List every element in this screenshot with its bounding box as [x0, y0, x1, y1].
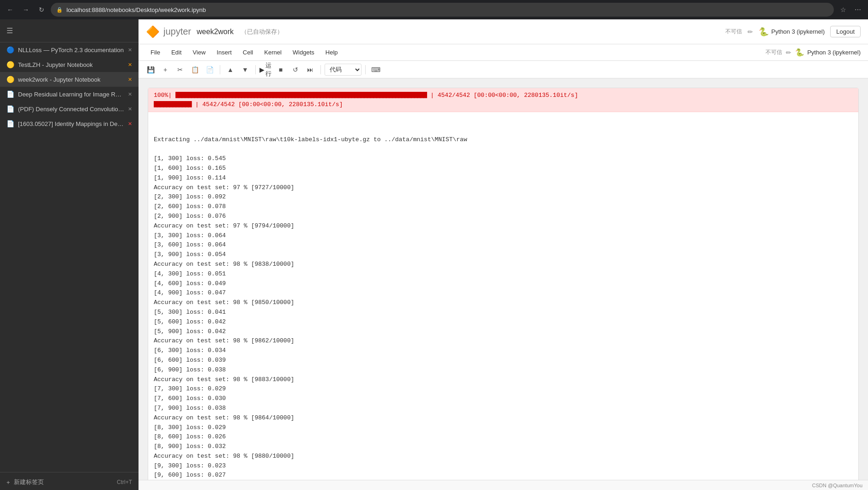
- sidebar: ☰ 🔵 NLLLoss — PyTorch 2.3 documentation …: [0, 19, 139, 490]
- toolbar-sep3: [320, 65, 321, 74]
- stop-button[interactable]: ■: [274, 63, 287, 76]
- menu-bar: FileEditViewInsertCellKernelWidgetsHelp …: [139, 44, 868, 61]
- python-icon: 🐍: [759, 27, 769, 37]
- output-line: [4, 600] loss: 0.049: [154, 279, 853, 289]
- keyboard-shortcuts-button[interactable]: ⌨: [369, 63, 382, 76]
- python-badge: 🐍 Python 3 (ipykernel): [759, 27, 825, 37]
- add-cell-button[interactable]: +: [159, 63, 172, 76]
- progress-bar-row2: ████████████ | 4542/4542 [00:00<00:00, 2…: [154, 100, 853, 109]
- restart-button[interactable]: ↺: [289, 63, 302, 76]
- toolbar: 💾 + ✂ 📋 📄 ▲ ▼ ▶ 运行 ■ ↺ ⏭ 代码 ⌨: [139, 61, 868, 78]
- sidebar-item-icon: 📄: [6, 90, 14, 98]
- move-up-button[interactable]: ▲: [224, 63, 237, 76]
- bookmark-button[interactable]: ☆: [837, 3, 850, 16]
- browser-actions: ☆ ⋯: [837, 3, 864, 16]
- jupyter-logo-icon: 🔶: [146, 25, 160, 38]
- progress-bar-row1: 100%| ██████████████████████████████████…: [154, 91, 853, 100]
- header-right: 不可信 ✏ 🐍 Python 3 (ipykernel) Logout: [725, 26, 861, 37]
- forward-button[interactable]: →: [19, 3, 32, 16]
- sidebar-item-week2work[interactable]: 🟡 week2work - Jupyter Notebook ✕: [0, 72, 139, 87]
- menu-right: 不可信 ✏ 🐍 Python 3 (ipykernel): [766, 48, 861, 57]
- add-icon: +: [6, 479, 10, 486]
- menu-item-view[interactable]: View: [188, 47, 210, 58]
- sidebar-item-close-icon[interactable]: ✕: [128, 77, 132, 83]
- menu-item-widgets[interactable]: Widgets: [288, 47, 319, 58]
- jupyter-area: 🔶 jupyter week2work （已自动保存） 不可信 ✏ 🐍 Pyth…: [139, 19, 868, 490]
- output-line: [4, 900] loss: 0.047: [154, 288, 853, 298]
- output-line: [9, 300] loss: 0.023: [154, 461, 853, 471]
- sidebar-item-identity[interactable]: 📄 [1603.05027] Identity Mappings in Deep…: [0, 116, 139, 131]
- copy-button[interactable]: 📋: [188, 63, 201, 76]
- save-button[interactable]: 💾: [144, 63, 157, 76]
- sidebar-item-icon: 🟡: [6, 76, 14, 83]
- sidebar-item-close-icon[interactable]: ✕: [128, 62, 132, 68]
- add-tab-button[interactable]: + 新建标签页 Ctrl+T: [0, 474, 139, 490]
- cell-type-select[interactable]: 代码: [325, 64, 362, 76]
- sidebar-close-icon[interactable]: ☰: [6, 26, 13, 35]
- output-line: [3, 900] loss: 0.054: [154, 250, 853, 260]
- menu-item-edit[interactable]: Edit: [167, 47, 186, 58]
- output-line: [9, 600] loss: 0.027: [154, 471, 853, 480]
- toolbar-sep2: [255, 65, 256, 74]
- output-line: [8, 300] loss: 0.029: [154, 423, 853, 433]
- output-line: [5, 900] loss: 0.042: [154, 327, 853, 337]
- output-line: [1, 600] loss: 0.165: [154, 164, 853, 173]
- cut-button[interactable]: ✂: [174, 63, 187, 76]
- restart-run-button[interactable]: ⏭: [304, 63, 317, 76]
- menu-item-help[interactable]: Help: [321, 47, 343, 58]
- add-tab-label: 新建标签页: [14, 478, 44, 486]
- sidebar-item-icon: 📄: [6, 120, 14, 127]
- run-button[interactable]: ▶ 运行: [259, 63, 272, 76]
- output-line: [8, 600] loss: 0.026: [154, 432, 853, 442]
- sidebar-item-icon: 🟡: [6, 61, 14, 68]
- address-bar[interactable]: 🔒 localhost:8888/notebooks/Desktop/week2…: [51, 3, 834, 17]
- progress-blocks-full: ████████████████████████████████████████…: [175, 91, 427, 100]
- more-button[interactable]: ⋯: [851, 3, 864, 16]
- menu-item-kernel[interactable]: Kernel: [259, 47, 286, 58]
- extract-line: Extracting ../data/mnist\MNIST\raw\t10k-…: [154, 135, 853, 145]
- output-text-area: Extracting ../data/mnist\MNIST\raw\t10k-…: [148, 112, 858, 480]
- output-line: [7, 900] loss: 0.038: [154, 404, 853, 413]
- menu-edit-icon[interactable]: ✏: [786, 49, 791, 56]
- menu-item-insert[interactable]: Insert: [212, 47, 236, 58]
- sidebar-item-pdf-densely[interactable]: 📄 (PDF) Densely Connected Convolutional …: [0, 102, 139, 116]
- url-text: localhost:8888/notebooks/Desktop/week2wo…: [66, 6, 206, 13]
- output-line: Accuracy on test set: 98 % [9838/10000]: [154, 260, 853, 269]
- back-button[interactable]: ←: [4, 3, 17, 16]
- output-line: [2, 600] loss: 0.078: [154, 202, 853, 212]
- progress-info: | 4542/4542 [00:00<00:00, 2280135.10it/s…: [430, 91, 578, 100]
- menu-item-file[interactable]: File: [146, 47, 165, 58]
- trust-badge: 不可信: [725, 28, 742, 36]
- cell-container: 100%| ██████████████████████████████████…: [139, 88, 868, 480]
- output-line: [6, 600] loss: 0.039: [154, 356, 853, 365]
- cell-output: 100%| ██████████████████████████████████…: [148, 88, 859, 480]
- logout-button[interactable]: Logout: [830, 26, 861, 37]
- jupyter-logo-text: jupyter: [163, 26, 191, 37]
- cell-area[interactable]: 100%| ██████████████████████████████████…: [139, 78, 868, 480]
- sidebar-item-text: (PDF) Densely Connected Convolutional Ne…: [18, 106, 124, 113]
- sidebar-items: 🔵 NLLLoss — PyTorch 2.3 documentation ✕ …: [0, 42, 139, 470]
- browser-controls: ← → ↻: [4, 3, 48, 16]
- sidebar-item-close-icon[interactable]: ✕: [128, 121, 132, 127]
- output-line: Accuracy on test set: 98 % [9850/10000]: [154, 298, 853, 308]
- paste-button[interactable]: 📄: [203, 63, 216, 76]
- output-line: [6, 900] loss: 0.038: [154, 365, 853, 375]
- sidebar-item-close-icon[interactable]: ✕: [128, 91, 132, 97]
- progress-pct: 100%|: [154, 91, 172, 100]
- output-line: Accuracy on test set: 97 % [9794/10000]: [154, 221, 853, 231]
- move-down-button[interactable]: ▼: [239, 63, 252, 76]
- menu-item-cell[interactable]: Cell: [238, 47, 258, 58]
- sidebar-item-close-icon[interactable]: ✕: [128, 106, 132, 112]
- refresh-button[interactable]: ↻: [35, 3, 48, 16]
- progress-info2: | 4542/4542 [00:00<00:00, 2280135.10it/s…: [195, 100, 343, 109]
- output-line: [4, 300] loss: 0.051: [154, 269, 853, 279]
- progress-blocks-short: ████████████: [154, 100, 192, 109]
- sidebar-item-testlzh[interactable]: 🟡 TestLZH - Jupyter Notebook ✕: [0, 57, 139, 72]
- bottom-bar-text: CSDN @QuantumYou: [812, 483, 862, 488]
- sidebar-item-nll[interactable]: 🔵 NLLLoss — PyTorch 2.3 documentation ✕: [0, 42, 139, 57]
- output-line: [6, 300] loss: 0.034: [154, 346, 853, 356]
- sidebar-item-close-icon[interactable]: ✕: [128, 47, 132, 53]
- sidebar-item-deep-residual[interactable]: 📄 Deep Residual Learning for Image Recog…: [0, 87, 139, 102]
- edit-icon[interactable]: ✏: [747, 28, 753, 36]
- browser-bar: ← → ↻ 🔒 localhost:8888/notebooks/Desktop…: [0, 0, 868, 19]
